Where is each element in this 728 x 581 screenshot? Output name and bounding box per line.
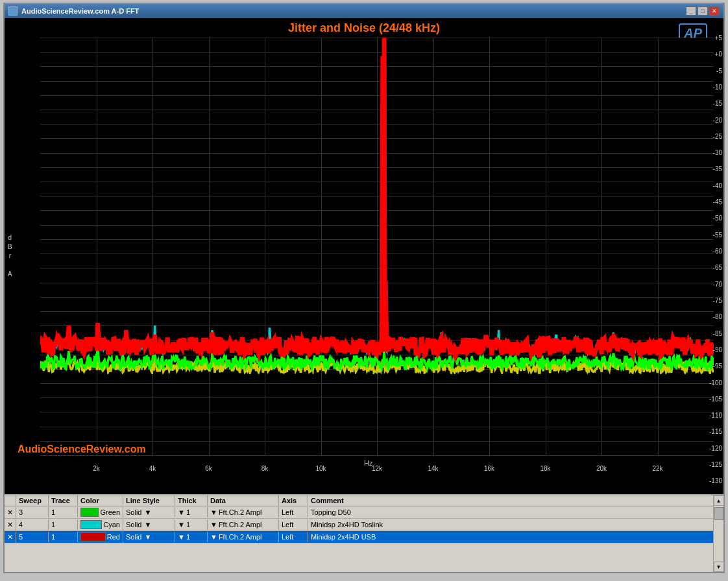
y-label: +5 [715,34,722,42]
y-label: -100 [709,379,722,386]
y-label: -115 [709,428,722,435]
y-label: -25 [713,132,722,139]
x-label: 20k [596,465,607,472]
x-label: 8k [261,465,269,472]
y-label: -40 [713,182,722,189]
row4-thick-dropdown[interactable]: ▼ [178,521,185,528]
y-label: -55 [713,231,722,238]
th-checkbox [5,495,16,506]
y-label: -95 [713,362,722,370]
table-row[interactable]: ✕ 4 1 Cyan Solid ▼ ▼1 ▼ Fft.Ch.2 Ampl Le… [5,519,723,531]
th-sweep: Sweep [16,495,49,506]
x-label: 22k [652,465,662,472]
row5-data-dropdown[interactable]: ▼ [210,533,217,541]
x-label: 12k [372,465,382,472]
main-window: AudioScienceReview.com A-D FFT _ □ ✕ Jit… [3,3,725,573]
row4-data-label: Fft.Ch.2 Ampl [219,521,262,528]
scroll-down[interactable]: ▼ [714,562,724,572]
row5-linestyle[interactable]: Solid ▼ [123,532,175,542]
row3-thick: ▼1 [175,507,208,517]
th-linestyle: Line Style [123,495,175,506]
row3-linestyle-dropdown[interactable]: ▼ [144,508,151,516]
maximize-button[interactable]: □ [698,6,708,16]
row4-sweep: 4 [16,519,49,530]
app-icon [8,6,18,16]
title-bar: AudioScienceReview.com A-D FFT _ □ ✕ [5,4,723,18]
y-label: -120 [709,444,722,451]
th-data: Data [208,495,279,506]
close-button[interactable]: ✕ [709,6,720,16]
y-label: -105 [709,395,722,402]
table-area: Sweep Trace Color Line Style Thick Data … [5,494,723,572]
y-label: -90 [713,346,722,353]
row3-data-dropdown[interactable]: ▼ [210,508,217,516]
row5-axis: Left [279,532,308,542]
th-comment: Comment [308,495,723,506]
table-row[interactable]: ✕ 3 1 Green Solid ▼ ▼1 ▼ Fft.Ch.2 Ampl L… [5,506,723,519]
x-label: 6k [205,465,212,472]
chart-svg [40,38,714,374]
row3-data[interactable]: ▼ Fft.Ch.2 Ampl [208,507,279,517]
row4-color-label: Cyan [103,521,120,528]
y-label: -130 [709,477,722,484]
y-label: -75 [713,296,722,303]
row4-trace: 1 [49,519,78,530]
row4-checkbox[interactable]: ✕ [5,519,16,530]
scroll-up[interactable]: ▲ [714,495,724,506]
y-label: -60 [713,248,722,255]
row3-checkbox[interactable]: ✕ [5,507,16,518]
row3-comment: Topping D50 [308,507,723,517]
x-labels: 2k4k6k8k10k12k14k16k18k20k22k [40,465,714,478]
y-label: -110 [709,412,722,419]
y-label: -5 [716,67,722,74]
row3-color-swatch [80,508,99,517]
row4-axis: Left [279,519,308,530]
y-label: -65 [713,264,722,271]
chart-canvas: Jitter and Noise (24/48 kHz) AP dBrA Gre… [5,18,723,494]
y-label: -85 [713,329,722,337]
row5-checkbox[interactable]: ✕ [5,532,16,543]
x-label: 2k [93,465,100,472]
row4-data-dropdown[interactable]: ▼ [210,521,217,528]
y-label: -80 [713,313,722,320]
row5-thick-dropdown[interactable]: ▼ [178,533,185,541]
row5-comment: Minidsp 2x4HD USB [308,532,723,542]
row3-data-label: Fft.Ch.2 Ampl [219,508,262,516]
row4-comment: Minidsp 2x4HD Toslink [308,519,723,530]
chart-area: Jitter and Noise (24/48 kHz) AP dBrA Gre… [5,18,723,494]
x-label: 18k [540,465,550,472]
th-color: Color [78,495,123,506]
row5-color-label: Red [107,533,120,541]
row3-color[interactable]: Green [78,506,123,518]
table-row[interactable]: ✕ 5 1 Red Solid ▼ ▼1 ▼ Fft.Ch.2 Ampl Lef… [5,531,723,543]
row4-linestyle[interactable]: Solid ▼ [123,519,175,530]
y-labels [5,38,37,455]
y-label: -30 [713,149,722,156]
row3-linestyle[interactable]: Solid ▼ [123,507,175,517]
table-scrollbar[interactable]: ▲ ▼ [713,495,723,572]
row4-data[interactable]: ▼ Fft.Ch.2 Ampl [208,519,279,530]
y-label: -70 [713,280,722,287]
row5-linestyle-dropdown[interactable]: ▼ [144,533,151,541]
row4-thick: ▼1 [175,519,208,530]
trace-line [40,56,714,356]
row5-color[interactable]: Red [78,531,123,543]
row3-color-label: Green [100,508,120,516]
row3-linestyle-label: Solid [126,508,141,516]
scroll-thumb[interactable] [714,507,723,520]
row4-color[interactable]: Cyan [78,519,123,530]
row5-data-label: Fft.Ch.2 Ampl [219,533,262,541]
row5-thick: ▼1 [175,532,208,542]
row5-color-swatch [80,532,106,541]
row5-data[interactable]: ▼ Fft.Ch.2 Ampl [208,532,279,542]
row4-color-swatch [80,520,102,529]
th-trace: Trace [49,495,78,506]
window-title: AudioScienceReview.com A-D FFT [21,7,139,15]
minimize-button[interactable]: _ [686,6,696,16]
row4-linestyle-dropdown[interactable]: ▼ [144,521,151,528]
row3-axis: Left [279,507,308,517]
y-label: -125 [709,461,722,468]
row3-thick-dropdown[interactable]: ▼ [178,508,185,516]
title-bar-buttons[interactable]: _ □ ✕ [686,6,720,16]
y-label: -20 [713,116,722,123]
